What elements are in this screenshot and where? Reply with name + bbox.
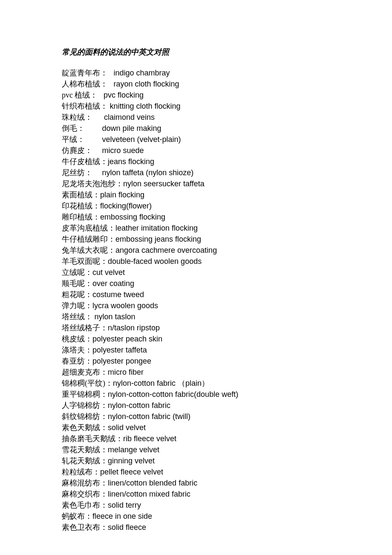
list-item: 超细麦克布：micro fiber [62, 367, 330, 378]
term-english: rib fleece velvet [123, 434, 176, 443]
list-item: 轧花天鹅绒：ginning velvet [62, 455, 330, 466]
term-english: polyester peach skin [92, 335, 162, 343]
term-chinese: 锦棉稠(平纹)： [62, 379, 113, 387]
term-english: costume tweed [92, 290, 144, 299]
term-chinese: 春亚纺： [62, 357, 92, 365]
term-chinese: 斜纹锦棉纺： [62, 412, 108, 421]
list-item: 仿麂皮： micro suede [62, 145, 330, 156]
list-item: 粗花呢：costume tweed [62, 289, 330, 300]
list-item: 珠粒绒： claimond veins [62, 112, 330, 123]
term-english: linen/cotton mixed fabric [108, 490, 190, 498]
list-item: 重平锦棉稠：nylon-cotton-cotton fabric(double … [62, 389, 330, 400]
term-chinese: 靛蓝青年布： [62, 69, 114, 77]
term-chinese: 羊毛双面呢： [62, 257, 108, 266]
term-chinese: 弹力呢： [62, 301, 92, 310]
term-english: velveteen (velvet-plain) [102, 135, 181, 144]
list-item: 针织布植绒： knitting cloth flocking [62, 101, 330, 112]
list-item: 倒毛： down pile making [62, 123, 330, 134]
term-chinese: 重平锦棉稠： [62, 390, 108, 399]
list-item: 素色天鹅绒：solid velvet [62, 422, 330, 433]
list-item: 雕印植绒：embossing flocking [62, 211, 330, 223]
term-chinese: 蚂蚁布： [62, 512, 92, 520]
term-english: nylon taslon [95, 312, 135, 321]
term-chinese: 仿麂皮： [62, 146, 102, 155]
term-english: micro fiber [108, 368, 144, 376]
term-english: embossing flocking [100, 213, 165, 221]
term-english: nylon-cotton fabric （plain） [113, 379, 209, 387]
term-english: solid velvet [108, 423, 146, 432]
term-chinese: 麻棉混纺布： [62, 479, 108, 487]
term-chinese: 印花植绒： [62, 202, 100, 210]
term-chinese: 塔丝绒： [62, 312, 95, 321]
term-english: polyester pongee [92, 357, 151, 365]
term-chinese: 素色卫衣布： [62, 523, 108, 532]
term-chinese: 抽条磨毛天鹅绒： [62, 434, 123, 443]
list-item: 尼丝纺： nylon taffeta (nylon shioze) [62, 167, 330, 178]
term-english: flocking(flower) [100, 202, 152, 210]
term-english: embossing jeans flocking [115, 235, 201, 243]
term-chinese: 素面植绒： [62, 191, 100, 199]
term-english: jeans flocking [108, 157, 154, 166]
list-item: pvc 植绒： pvc flocking [62, 90, 330, 101]
list-item: 牛仔植绒雕印：embossing jeans flocking [62, 234, 330, 245]
term-chinese: 超细麦克布： [62, 368, 108, 376]
term-english: fleece in one side [92, 512, 152, 520]
term-english: nylon-cotton-cotton fabric(double weft) [108, 390, 238, 399]
term-chinese: 人字锦棉纺： [62, 401, 108, 410]
term-chinese: 兔羊绒大衣呢： [62, 246, 115, 254]
term-chinese: 牛仔植绒雕印： [62, 235, 115, 243]
list-item: 抽条磨毛天鹅绒：rib fleece velvet [62, 433, 330, 444]
fabric-list: 靛蓝青年布： indigo chambray人棉布植绒： rayon cloth… [62, 67, 330, 533]
list-item: 顺毛呢：over coating [62, 278, 330, 289]
term-chinese: 尼龙塔夫泡泡纱： [62, 179, 123, 188]
list-item: 粒粒绒布：pellet fleece velvet [62, 466, 330, 477]
term-english: nylon seersucker taffeta [123, 179, 205, 188]
term-chinese: 雕印植绒： [62, 213, 100, 221]
term-english: leather imitation flocking [115, 224, 198, 232]
list-item: 印花植绒：flocking(flower) [62, 200, 330, 211]
list-item: 涤塔夫：polyester taffeta [62, 344, 330, 356]
term-english: over coating [92, 279, 134, 288]
term-english: pvc flocking [104, 91, 144, 99]
term-english: pellet fleece velvet [100, 468, 163, 476]
list-item: 麻棉混纺布：linen/cotton blended fabric [62, 477, 330, 489]
list-item: 雪花天鹅绒：melange velvet [62, 444, 330, 455]
term-chinese: pvc 植绒： [62, 91, 104, 99]
list-item: 素色毛巾布：solid terry [62, 500, 330, 511]
term-english: linen/cotton blended fabric [108, 479, 197, 487]
term-chinese: 塔丝绒格子： [62, 324, 108, 332]
term-english: n/taslon ripstop [108, 324, 160, 332]
term-english: nylon taffeta (nylon shioze) [102, 168, 194, 177]
term-english: ginning velvet [108, 457, 155, 465]
page-title: 常见的面料的说法的中英文对照 [62, 47, 330, 57]
term-chinese: 素色毛巾布： [62, 501, 108, 509]
term-chinese: 麻棉交织布： [62, 490, 108, 498]
term-english: double-faced woolen goods [108, 257, 202, 266]
list-item: 平绒： velveteen (velvet-plain) [62, 134, 330, 145]
term-english: claimond veins [104, 113, 155, 121]
term-chinese: 立绒呢： [62, 268, 92, 277]
term-chinese: 粗花呢： [62, 290, 92, 299]
term-english: down pile making [102, 124, 161, 133]
list-item: 蚂蚁布：fleece in one side [62, 511, 330, 522]
term-english: solid terry [108, 501, 141, 509]
list-item: 人棉布植绒： rayon cloth flocking [62, 78, 330, 90]
term-english: nylon-cotton fabric [108, 401, 170, 410]
term-chinese: 顺毛呢： [62, 279, 92, 288]
term-chinese: 平绒： [62, 135, 102, 144]
term-chinese: 素色天鹅绒： [62, 423, 108, 432]
term-english: plain flocking [100, 191, 144, 199]
term-chinese: 皮革沟底植绒： [62, 224, 115, 232]
list-item: 锦棉稠(平纹)：nylon-cotton fabric （plain） [62, 378, 330, 389]
term-chinese: 针织布植绒： [62, 102, 110, 110]
term-english: indigo chambray [114, 69, 170, 77]
term-english: angora cachmere overcoating [115, 246, 217, 254]
term-chinese: 雪花天鹅绒： [62, 445, 108, 454]
list-item: 立绒呢：cut velvet [62, 267, 330, 278]
term-english: melange velvet [108, 445, 159, 454]
term-english: knitting cloth flocking [110, 102, 181, 110]
term-english: cut velvet [92, 268, 125, 277]
list-item: 斜纹锦棉纺：nylon-cotton fabric (twill) [62, 411, 330, 422]
term-chinese: 人棉布植绒： [62, 80, 114, 88]
list-item: 麻棉交织布：linen/cotton mixed fabric [62, 489, 330, 500]
